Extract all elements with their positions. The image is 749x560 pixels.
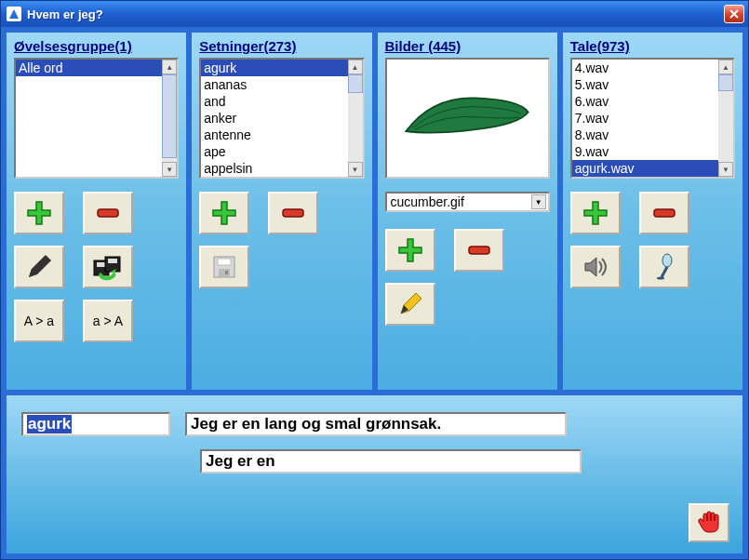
microphone-icon: [650, 253, 678, 281]
images-add-button[interactable]: [385, 229, 435, 272]
plus-icon: [210, 199, 238, 227]
groups-remove-button[interactable]: [83, 192, 133, 234]
svg-point-13: [657, 277, 664, 280]
scrollbar[interactable]: ▲ ▼: [718, 60, 733, 177]
editor-panel: agurk Jeg er en lang og smal grønnsak. J…: [6, 394, 743, 554]
scroll-down-icon[interactable]: ▼: [348, 162, 363, 177]
svg-rect-4: [108, 259, 117, 263]
speech-record-button[interactable]: [639, 246, 689, 288]
sentences-add-button[interactable]: [199, 192, 249, 234]
svg-rect-8: [219, 269, 230, 276]
images-remove-button[interactable]: [454, 229, 504, 272]
hand-stop-icon: [695, 509, 723, 537]
groups-edit-button[interactable]: [14, 246, 64, 288]
client-area: Øvelsesgruppe(1) Alle ord ▲ ▼: [4, 30, 745, 556]
list-item[interactable]: Alle ord: [16, 60, 162, 76]
list-item[interactable]: 8.wav: [572, 127, 718, 143]
list-item[interactable]: antenne: [201, 127, 347, 143]
panel-images-title[interactable]: Bilder (445): [385, 38, 550, 54]
pencil-icon: [25, 253, 53, 281]
to-lower-button[interactable]: A > a: [14, 300, 64, 342]
scroll-down-icon[interactable]: ▼: [718, 162, 733, 177]
svg-rect-11: [654, 209, 675, 217]
speech-play-button[interactable]: [570, 246, 621, 288]
list-item[interactable]: and: [201, 93, 347, 110]
plus-icon: [582, 199, 609, 227]
panel-groups-title[interactable]: Øvelsesgruppe(1): [14, 38, 179, 54]
scroll-up-icon[interactable]: ▲: [718, 60, 733, 74]
sentences-listbox[interactable]: agurkananasandankerantenneapeappelsin ▲ …: [199, 58, 364, 179]
scroll-thumb[interactable]: [718, 74, 733, 91]
titlebar: Hvem er jeg?: [1, 1, 748, 27]
scroll-up-icon[interactable]: ▲: [348, 60, 363, 74]
list-item[interactable]: 7.wav: [572, 110, 718, 127]
scrollbar[interactable]: ▲ ▼: [162, 60, 177, 177]
list-item[interactable]: 5.wav: [572, 76, 718, 93]
panel-groups: Øvelsesgruppe(1) Alle ord ▲ ▼: [6, 32, 187, 391]
speech-add-button[interactable]: [570, 192, 621, 234]
speaker-icon: [582, 253, 609, 281]
minus-icon: [94, 199, 122, 227]
list-item[interactable]: ananas: [201, 76, 347, 93]
sentences-remove-button[interactable]: [268, 192, 318, 234]
sentence-full-input[interactable]: Jeg er en lang og smal grønnsak.: [185, 412, 567, 436]
panel-speech: Tale(973) 4.wav5.wav6.wav7.wav8.wav9.wav…: [562, 32, 743, 391]
panel-speech-title[interactable]: Tale(973): [570, 38, 735, 54]
upper-panels: Øvelsesgruppe(1) Alle ord ▲ ▼: [4, 30, 745, 393]
list-item[interactable]: appelsin: [201, 160, 347, 177]
svg-rect-7: [218, 259, 231, 265]
minus-icon: [279, 199, 307, 227]
panel-sentences-title[interactable]: Setninger(273): [199, 38, 364, 54]
app-icon: [7, 7, 21, 21]
sentences-save-button[interactable]: [199, 246, 249, 288]
chevron-down-icon: ▼: [531, 194, 546, 209]
panel-images: Bilder (445) cucumber.gif ▼: [377, 32, 558, 391]
window-title: Hvem er jeg?: [27, 7, 724, 21]
svg-rect-9: [225, 271, 228, 274]
groups-listbox[interactable]: Alle ord ▲ ▼: [14, 58, 179, 179]
scroll-thumb[interactable]: [348, 74, 363, 93]
word-input[interactable]: agurk: [21, 412, 170, 436]
images-edit-button[interactable]: [385, 283, 435, 326]
floppy-group-icon: [92, 253, 124, 281]
svg-rect-10: [469, 247, 489, 254]
image-dropdown[interactable]: cucumber.gif ▼: [385, 192, 550, 212]
speech-remove-button[interactable]: [639, 192, 689, 234]
image-preview: [385, 58, 550, 179]
scrollbar[interactable]: ▲ ▼: [348, 60, 363, 177]
cucumber-image: [397, 86, 537, 151]
list-item[interactable]: anker: [201, 110, 347, 127]
list-item[interactable]: 6.wav: [572, 93, 718, 110]
svg-rect-5: [283, 209, 303, 217]
stop-button[interactable]: [689, 503, 729, 542]
speech-listbox[interactable]: 4.wav5.wav6.wav7.wav8.wav9.wavagurk.wav …: [570, 58, 735, 179]
plus-icon: [25, 199, 53, 227]
scroll-down-icon[interactable]: ▼: [162, 162, 177, 177]
close-button[interactable]: [724, 5, 744, 23]
pencil-yellow-icon: [396, 290, 424, 318]
floppy-icon: [211, 254, 237, 280]
panel-sentences: Setninger(273) agurkananasandankerantenn…: [191, 32, 372, 391]
list-item[interactable]: 9.wav: [572, 143, 718, 160]
groups-save-button[interactable]: [83, 246, 133, 288]
plus-icon: [396, 236, 424, 264]
close-icon: [729, 9, 739, 19]
svg-rect-0: [98, 209, 118, 217]
minus-icon: [465, 236, 493, 264]
groups-add-button[interactable]: [14, 192, 64, 234]
list-item[interactable]: 4.wav: [572, 60, 718, 76]
svg-point-12: [662, 254, 672, 267]
minus-icon: [650, 199, 678, 227]
list-item[interactable]: agurk.wav: [572, 160, 718, 177]
image-dropdown-value: cucumber.gif: [391, 194, 464, 209]
to-upper-button[interactable]: a > A: [83, 300, 133, 342]
app-window: Hvem er jeg? Øvelsesgruppe(1) Alle ord ▲…: [0, 0, 749, 560]
list-item[interactable]: ape: [201, 143, 347, 160]
sentence-partial-input[interactable]: Jeg er en: [200, 449, 582, 473]
scroll-up-icon[interactable]: ▲: [162, 60, 177, 74]
scroll-thumb[interactable]: [162, 74, 177, 158]
list-item[interactable]: agurk: [201, 60, 347, 76]
